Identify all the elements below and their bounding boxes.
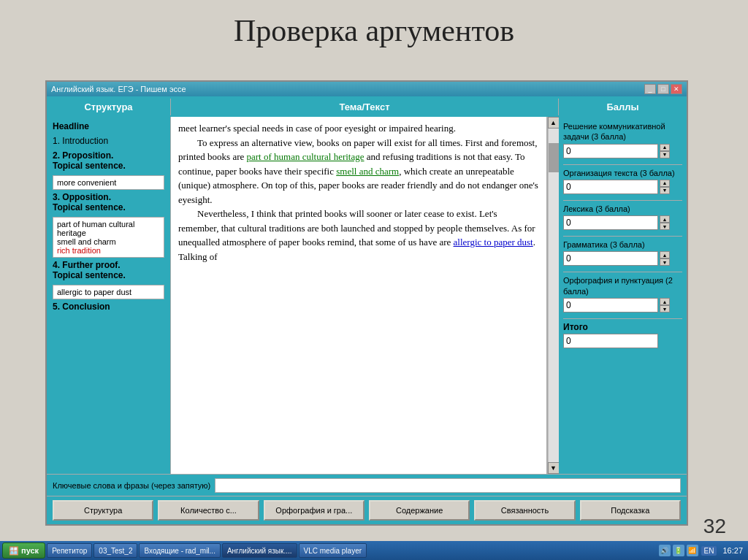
close-button[interactable]: ✕ [671,84,682,94]
score-label-2: Лексика (3 балла) [563,204,682,214]
page-title: Проверка аргументов [0,0,748,57]
taskbar-item-1-label: 03_Test_2 [99,547,132,555]
score-input-row-3: ▲ ▼ [563,251,682,266]
minimize-button[interactable]: _ [644,84,656,94]
text-blue-1: allergic to paper dust [454,237,533,248]
tray-icon-2: 🔋 [673,545,684,556]
score-input-2[interactable] [563,215,658,230]
score-input-row-4: ▲ ▼ [563,298,682,312]
col-header-struktura: Структура [47,99,171,115]
score-label-4: Орфография и пунктуация (2 балла) [563,275,682,296]
btn-podskazka[interactable]: Подсказка [580,500,681,521]
column-headers: Структура Тема/Текст Баллы [47,96,687,117]
scroll-thumb[interactable] [549,143,559,172]
score-total-input[interactable] [563,334,658,348]
taskbar-item-4[interactable]: VLC media player [299,543,367,558]
score-input-row-2: ▲ ▼ [563,215,682,230]
taskbar-item-0[interactable]: Репетитор [47,543,92,558]
start-label: пуск [21,546,39,555]
scroll-track[interactable] [549,129,559,462]
sidebar-item-1[interactable]: 1. Introduction [53,136,164,146]
start-icon: 🪟 [9,546,19,556]
window-controls: _ □ ✕ [644,84,682,94]
score-divider-0 [563,164,682,165]
spinner-up-1[interactable]: ▲ [660,180,670,187]
score-input-4[interactable] [563,298,658,312]
spinner-down-0[interactable]: ▼ [660,151,670,158]
sidebar-box-1[interactable]: more convenient [53,175,164,190]
score-label-3: Грамматика (3 балла) [563,239,682,250]
sidebar-box-2: part of human cultural heritage smell an… [53,217,164,258]
text-green-2: smell and charm [336,166,399,177]
score-spinner-2: ▲ ▼ [660,215,670,230]
text-green-1: part of human cultural heritage [247,151,365,162]
score-spinner-3: ▲ ▼ [660,251,670,266]
sidebar-box2-line4: rich tradition [57,246,101,255]
btn-kolichestvo[interactable]: Количество с... [158,500,259,521]
score-total-row [563,334,682,348]
maximize-button[interactable]: □ [657,84,669,94]
score-label-0: Решение коммуникативной задачи (3 балла) [563,121,682,142]
score-divider-1 [563,200,682,201]
content-area: Headline 1. Introduction 2. Proposition.… [47,117,687,474]
btn-struktura[interactable]: Структура [53,500,153,521]
spinner-up-2[interactable]: ▲ [660,215,670,223]
text-area[interactable]: meet learner's special needs in case of … [171,117,547,474]
taskbar-item-3[interactable]: Английский язык.... [222,543,297,558]
taskbar-right: 🔊 🔋 📶 EN 16:27 [659,545,746,556]
text-scrollbar[interactable]: ▲ ▼ [547,117,559,474]
bottom-buttons: Структура Количество с... Орфография и г… [47,496,687,524]
score-group-2: Лексика (3 балла) ▲ ▼ [563,204,682,230]
scores-panel: Решение коммуникативной задачи (3 балла)… [559,117,687,474]
score-group-4: Орфография и пунктуация (2 балла) ▲ ▼ [563,275,682,312]
titlebar: Английский язык. ЕГЭ - Пишем эссе _ □ ✕ [47,82,687,96]
score-input-0[interactable] [563,144,658,158]
btn-svyazannost[interactable]: Связанность [474,500,575,521]
score-divider-3 [563,272,682,272]
spinner-down-2[interactable]: ▼ [660,223,670,230]
sidebar-box-3[interactable]: allergic to paper dust [53,285,164,299]
sidebar-box2-line2: heritage [57,229,86,237]
score-group-0: Решение коммуникативной задачи (3 балла)… [563,121,682,158]
sidebar-item-2[interactable]: 2. Proposition.Topical sentence. [53,150,164,171]
score-total-label: Итого [563,322,682,332]
taskbar-item-2[interactable]: Входящие - rad_mil... [139,543,220,558]
score-spinner-4: ▲ ▼ [660,298,670,312]
score-group-total: Итого [563,322,682,348]
taskbar-item-2-label: Входящие - rad_mil... [144,547,215,555]
spinner-up-4[interactable]: ▲ [660,298,670,305]
keywords-bar: Ключевые слова и фразы (через запятую) [47,474,687,496]
score-spinner-1: ▲ ▼ [660,180,670,194]
main-window: Английский язык. ЕГЭ - Пишем эссе _ □ ✕ … [45,80,688,526]
btn-orfografiya[interactable]: Орфография и гра... [264,500,365,521]
keywords-input[interactable] [215,478,681,493]
score-input-row-0: ▲ ▼ [563,144,682,158]
start-button[interactable]: 🪟 пуск [2,542,45,559]
col-header-tema: Тема/Текст [171,99,559,115]
spinner-down-4[interactable]: ▼ [660,305,670,312]
score-divider-4 [563,318,682,319]
col-header-bally: Баллы [559,99,687,115]
score-group-3: Грамматика (3 балла) ▲ ▼ [563,239,682,266]
taskbar-item-0-label: Репетитор [52,547,87,555]
sidebar-box2-line3: smell and charm [57,237,116,246]
btn-soderzhanie[interactable]: Содержание [369,500,470,521]
spinner-down-1[interactable]: ▼ [660,187,670,194]
scroll-down-button[interactable]: ▼ [548,462,560,474]
spinner-up-0[interactable]: ▲ [660,144,670,151]
score-input-1[interactable] [563,180,658,194]
page-number: 32 [703,515,726,538]
taskbar-item-3-label: Английский язык.... [227,547,292,555]
scroll-up-button[interactable]: ▲ [548,117,560,129]
sidebar-item-5[interactable]: 5. Conclusion [53,302,164,312]
sidebar-item-3[interactable]: 3. Opposition.Topical sentence. [53,192,164,212]
spinner-up-3[interactable]: ▲ [660,251,670,258]
taskbar-item-1[interactable]: 03_Test_2 [94,543,137,558]
score-divider-2 [563,236,682,237]
taskbar-lang[interactable]: EN [701,546,717,556]
spinner-down-3[interactable]: ▼ [660,258,670,266]
score-input-3[interactable] [563,251,658,266]
tray-icon-3: 📶 [687,545,698,556]
sidebar-item-4[interactable]: 4. Further proof.Topical sentence. [53,260,164,280]
taskbar-item-4-label: VLC media player [304,547,362,555]
